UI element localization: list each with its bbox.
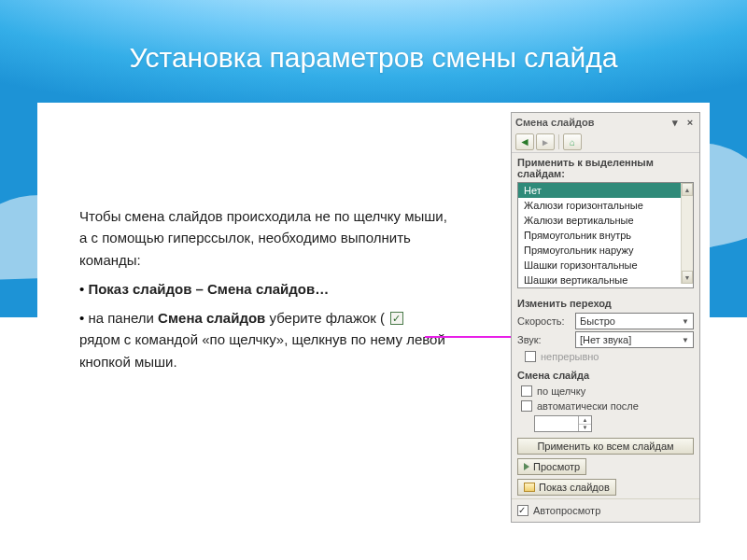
play-icon [524,463,529,470]
sound-label: Звук: [517,334,570,345]
bullet-2-pre: на панели [88,310,158,326]
sound-value: [Нет звука] [580,334,631,345]
autopreview-checkbox[interactable] [517,505,529,516]
slideshow-button[interactable]: Показ слайдов [517,479,616,496]
transition-item[interactable]: Прямоугольник внутрь [518,228,693,243]
chevron-down-icon: ▼ [682,336,689,344]
body-text: Чтобы смена слайдов происходила не по ще… [79,205,448,380]
on-click-row: по щелчку [512,384,699,399]
modify-transition-header: Изменить переход [512,292,699,312]
bullet-2-post: рядом с командой «по щелчку», щелкнув по… [79,331,445,369]
spin-up-icon[interactable]: ▲ [579,416,591,425]
on-click-checkbox[interactable] [521,385,532,397]
pane-titlebar: Смена слайдов ▾ × [512,113,699,132]
apply-to-selected-label: Применить к выделенным слайдам: [512,153,699,182]
pane-close-icon[interactable]: × [684,117,696,128]
play-button[interactable]: Просмотр [517,458,586,475]
bullet-2: на панели Смена слайдов уберите флажок (… [79,307,448,372]
chevron-down-icon: ▼ [682,317,689,326]
auto-after-checkbox[interactable] [521,400,532,412]
bullet-2-mid: уберите флажок ( [265,310,388,326]
bullet-1: Показ слайдов – Смена слайдов… [79,278,448,300]
autopreview-row: Автопросмотр [512,498,699,522]
auto-after-row: автоматически после [512,399,699,413]
nav-back-button[interactable]: ◄ [515,133,534,150]
on-click-label: по щелчку [537,385,585,397]
nav-separator [558,134,559,149]
transition-list[interactable]: Нет Жалюзи горизонтальные Жалюзи вертика… [517,182,694,288]
slide-transition-pane: Смена слайдов ▾ × ◄ ► ⌂ Применить к выде… [511,112,700,523]
sound-row: Звук: [Нет звука] ▼ [512,330,699,349]
checkbox-example-icon [390,312,403,325]
scroll-up-icon[interactable]: ▲ [682,183,693,196]
play-label: Просмотр [533,461,580,472]
transition-item-none[interactable]: Нет [518,183,693,198]
advance-slide-header: Смена слайда [512,364,699,384]
auto-after-label: автоматически после [537,400,639,412]
pane-nav: ◄ ► ⌂ [512,132,699,153]
loop-sound-row: непрерывно [512,349,699,364]
speed-label: Скорость: [517,315,570,327]
speed-row: Скорость: Быстро ▼ [512,312,699,330]
transition-item[interactable]: Прямоугольник наружу [518,243,693,258]
slideshow-label: Показ слайдов [539,482,610,493]
nav-home-button[interactable]: ⌂ [563,133,582,150]
pane-title: Смена слайдов [515,117,666,128]
paragraph-intro: Чтобы смена слайдов происходила не по ще… [79,205,448,271]
nav-forward-button[interactable]: ► [536,133,555,150]
bullet-1-strong: Показ слайдов – Смена слайдов… [88,281,329,297]
slide-title: Установка параметров смены слайда [0,42,747,74]
transition-item[interactable]: Жалюзи вертикальные [518,213,693,228]
speed-value: Быстро [580,315,615,327]
sound-select[interactable]: [Нет звука] ▼ [575,331,694,348]
pane-menu-icon[interactable]: ▾ [669,117,681,128]
bullet-2-strong: Смена слайдов [158,310,265,326]
transition-item[interactable]: Шашки вертикальные [518,273,693,287]
transition-item[interactable]: Жалюзи горизонтальные [518,198,693,213]
spin-down-icon[interactable]: ▼ [579,425,591,432]
loop-sound-checkbox [525,351,536,362]
auto-after-time-input[interactable]: ▲ ▼ [534,415,592,432]
transition-item[interactable]: Шашки горизонтальные [518,258,693,273]
slideshow-icon [524,483,535,492]
loop-sound-label: непрерывно [541,351,599,362]
list-scrollbar[interactable]: ▲ ▼ [681,183,693,284]
apply-to-all-button[interactable]: Применить ко всем слайдам [517,438,694,455]
speed-select[interactable]: Быстро ▼ [575,313,694,329]
autopreview-label: Автопросмотр [533,505,600,516]
scroll-down-icon[interactable]: ▼ [682,271,693,284]
